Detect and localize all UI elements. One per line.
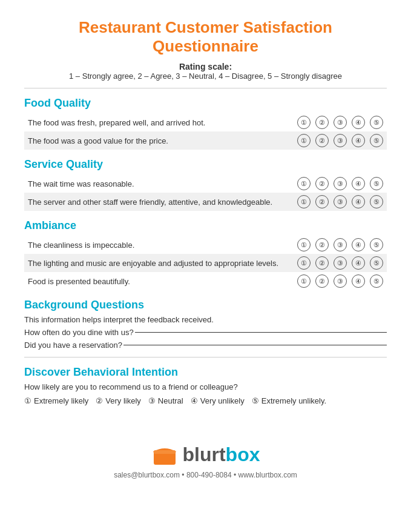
background-q2-row: Did you have a reservation?	[24, 341, 387, 350]
blurtbox-icon	[151, 442, 178, 467]
question-text-fq2: The food was a good value for the price.	[28, 136, 297, 145]
rating-1-sq2[interactable]: ①	[297, 195, 311, 208]
question-row-sq2: The server and other staff were friendly…	[24, 193, 387, 211]
section-title-behavioral: Discover Behavioral Intention	[24, 366, 387, 379]
question-text-am1: The cleanliness is impeccable.	[28, 241, 297, 250]
question-row-fq1: The food was fresh, prepared well, and a…	[24, 113, 387, 131]
divider-top	[24, 88, 387, 88]
question-row-am3: Food is presented beautifully. ① ② ③ ④ ⑤	[24, 272, 387, 290]
behavioral-num-2: ②	[96, 396, 103, 405]
rating-2-am3[interactable]: ②	[315, 274, 329, 288]
svg-rect-1	[154, 450, 176, 454]
background-q2-underline[interactable]	[123, 345, 387, 345]
question-text-sq2: The server and other staff were friendly…	[28, 198, 297, 207]
behavioral-num-5: ⑤	[252, 396, 259, 405]
behavioral-label-5: Extremely unlikely.	[261, 396, 326, 405]
rating-4-sq2[interactable]: ④	[352, 195, 365, 208]
footer-brand-text: blurtbox	[183, 444, 260, 466]
behavioral-option-4[interactable]: ④ Very unlikely	[191, 396, 245, 405]
rating-scale-block: Rating scale: 1 – Strongly agree, 2 – Ag…	[24, 62, 387, 81]
rating-circles-sq1[interactable]: ① ② ③ ④ ⑤	[297, 177, 383, 190]
behavioral-label-1: Extremely likely	[34, 396, 88, 405]
rating-2-fq1[interactable]: ②	[315, 116, 329, 129]
rating-1-am1[interactable]: ①	[297, 238, 311, 251]
rating-5-sq2[interactable]: ⑤	[370, 195, 383, 208]
footer-logo: blurtbox	[24, 442, 387, 467]
rating-5-fq2[interactable]: ⑤	[370, 134, 383, 147]
rating-1-sq1[interactable]: ①	[297, 177, 311, 190]
rating-circles-am1[interactable]: ① ② ③ ④ ⑤	[297, 238, 383, 251]
section-title-ambiance: Ambiance	[24, 219, 387, 232]
question-row-am2: The lighting and music are enjoyable and…	[24, 254, 387, 272]
rating-circles-fq1[interactable]: ① ② ③ ④ ⑤	[297, 116, 383, 129]
rating-3-sq1[interactable]: ③	[334, 177, 347, 190]
footer: blurtbox sales@blurtbox.com • 800-490-80…	[24, 442, 387, 479]
rating-3-am2[interactable]: ③	[334, 256, 347, 270]
rating-3-am1[interactable]: ③	[334, 238, 347, 251]
section-food-quality: Food Quality The food was fresh, prepare…	[24, 97, 387, 150]
rating-5-sq1[interactable]: ⑤	[370, 177, 383, 190]
page-title: Restaurant Customer Satisfaction Questio…	[24, 18, 387, 56]
rating-circles-sq2[interactable]: ① ② ③ ④ ⑤	[297, 195, 383, 208]
rating-5-am3[interactable]: ⑤	[370, 274, 383, 288]
background-q1-row: How often do you dine with us?	[24, 328, 387, 337]
section-background: Background Questions This information he…	[24, 299, 387, 350]
rating-4-fq2[interactable]: ④	[352, 134, 365, 147]
rating-4-sq1[interactable]: ④	[352, 177, 365, 190]
behavioral-options: ① Extremely likely ② Very likely ③ Neutr…	[24, 396, 387, 405]
footer-contact: sales@blurtbox.com • 800-490-8084 • www.…	[24, 471, 387, 479]
rating-4-am3[interactable]: ④	[352, 274, 365, 288]
background-q1-underline[interactable]	[135, 332, 387, 333]
rating-2-sq2[interactable]: ②	[315, 195, 329, 208]
rating-5-fq1[interactable]: ⑤	[370, 116, 383, 129]
question-text-sq1: The wait time was reasonable.	[28, 179, 297, 188]
background-q2-label: Did you have a reservation?	[24, 341, 122, 350]
question-row-fq2: The food was a good value for the price.…	[24, 131, 387, 150]
behavioral-desc: How likely are you to recommend us to a …	[24, 382, 387, 391]
rating-scale-desc: 1 – Strongly agree, 2 – Agree, 3 – Neutr…	[24, 71, 387, 81]
rating-3-fq2[interactable]: ③	[334, 134, 347, 147]
rating-5-am1[interactable]: ⑤	[370, 238, 383, 251]
rating-4-am1[interactable]: ④	[352, 238, 365, 251]
behavioral-option-3[interactable]: ③ Neutral	[148, 396, 183, 405]
rating-2-am1[interactable]: ②	[315, 238, 329, 251]
rating-1-am2[interactable]: ①	[297, 256, 311, 270]
section-ambiance: Ambiance The cleanliness is impeccable. …	[24, 219, 387, 290]
behavioral-num-4: ④	[191, 396, 198, 405]
section-title-service-quality: Service Quality	[24, 158, 387, 171]
behavioral-label-2: Very likely	[105, 396, 141, 405]
rating-5-am2[interactable]: ⑤	[370, 256, 383, 270]
behavioral-label-4: Very unlikely	[200, 396, 245, 405]
rating-1-fq2[interactable]: ①	[297, 134, 311, 147]
rating-scale-label: Rating scale:	[24, 62, 387, 71]
rating-3-am3[interactable]: ③	[334, 274, 347, 288]
rating-1-fq1[interactable]: ①	[297, 116, 311, 129]
behavioral-option-2[interactable]: ② Very likely	[96, 396, 141, 405]
behavioral-option-5[interactable]: ⑤ Extremely unlikely.	[252, 396, 326, 405]
rating-4-am2[interactable]: ④	[352, 256, 365, 270]
section-title-background: Background Questions	[24, 299, 387, 311]
question-text-am2: The lighting and music are enjoyable and…	[28, 259, 297, 268]
rating-circles-am2[interactable]: ① ② ③ ④ ⑤	[297, 256, 383, 270]
rating-2-sq1[interactable]: ②	[315, 177, 329, 190]
rating-circles-fq2[interactable]: ① ② ③ ④ ⑤	[297, 134, 383, 147]
behavioral-num-3: ③	[148, 396, 156, 405]
rating-3-fq1[interactable]: ③	[334, 116, 347, 129]
section-service-quality: Service Quality The wait time was reason…	[24, 158, 387, 211]
question-row-am1: The cleanliness is impeccable. ① ② ③ ④ ⑤	[24, 236, 387, 254]
rating-3-sq2[interactable]: ③	[334, 195, 347, 208]
section-behavioral: Discover Behavioral Intention How likely…	[24, 366, 387, 405]
rating-1-am3[interactable]: ①	[297, 274, 311, 288]
rating-2-am2[interactable]: ②	[315, 256, 329, 270]
rating-circles-am3[interactable]: ① ② ③ ④ ⑤	[297, 274, 383, 288]
behavioral-option-1[interactable]: ① Extremely likely	[24, 396, 88, 405]
behavioral-num-1: ①	[24, 396, 31, 405]
background-q1-label: How often do you dine with us?	[24, 328, 134, 337]
question-text-am3: Food is presented beautifully.	[28, 277, 297, 286]
question-row-sq1: The wait time was reasonable. ① ② ③ ④ ⑤	[24, 175, 387, 193]
question-text-fq1: The food was fresh, prepared well, and a…	[28, 118, 297, 127]
behavioral-label-3: Neutral	[158, 396, 183, 405]
rating-2-fq2[interactable]: ②	[315, 134, 329, 147]
background-desc: This information helps interpret the fee…	[24, 315, 387, 324]
rating-4-fq1[interactable]: ④	[352, 116, 365, 129]
